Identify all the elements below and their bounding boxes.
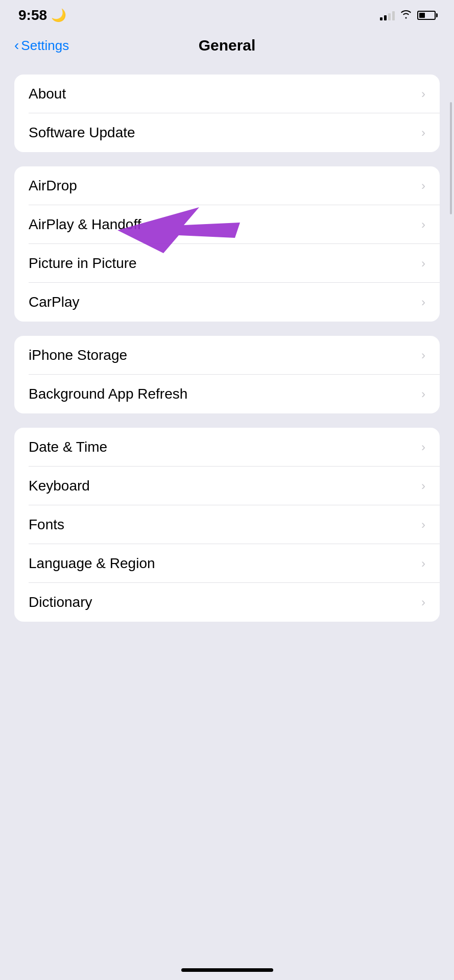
picture-in-picture-label: Picture in Picture bbox=[29, 255, 137, 272]
wifi-icon bbox=[400, 10, 412, 21]
keyboard-row[interactable]: Keyboard › bbox=[14, 467, 440, 505]
iphone-storage-row[interactable]: iPhone Storage › bbox=[14, 336, 440, 375]
iphone-storage-label: iPhone Storage bbox=[29, 347, 127, 363]
page-title: General bbox=[199, 37, 256, 54]
signal-bar-2 bbox=[384, 15, 387, 20]
picture-in-picture-row[interactable]: Picture in Picture › bbox=[14, 244, 440, 283]
airplay-handoff-chevron-icon: › bbox=[421, 217, 425, 232]
dictionary-row[interactable]: Dictionary › bbox=[14, 583, 440, 622]
software-update-chevron-icon: › bbox=[421, 126, 425, 140]
keyboard-chevron-icon: › bbox=[421, 479, 425, 493]
status-icons bbox=[380, 10, 436, 21]
language-region-chevron-icon: › bbox=[421, 556, 425, 571]
nav-header: ‹ Settings General bbox=[0, 29, 454, 64]
airdrop-chevron-icon: › bbox=[421, 179, 425, 193]
signal-bar-4 bbox=[392, 11, 395, 20]
software-update-label: Software Update bbox=[29, 125, 135, 141]
fonts-label: Fonts bbox=[29, 517, 64, 533]
date-time-row[interactable]: Date & Time › bbox=[14, 428, 440, 467]
settings-group-1: About › Software Update › bbox=[14, 75, 440, 152]
keyboard-label: Keyboard bbox=[29, 478, 90, 494]
about-chevron-icon: › bbox=[421, 87, 425, 101]
date-time-chevron-icon: › bbox=[421, 440, 425, 454]
battery-fill bbox=[419, 13, 425, 18]
settings-group-2: AirDrop › AirPlay & Handoff › Picture in… bbox=[14, 166, 440, 322]
airdrop-row[interactable]: AirDrop › bbox=[14, 166, 440, 205]
signal-icon bbox=[380, 10, 395, 20]
signal-bar-1 bbox=[380, 17, 383, 20]
fonts-chevron-icon: › bbox=[421, 518, 425, 532]
fonts-row[interactable]: Fonts › bbox=[14, 505, 440, 544]
time-label: 9:58 bbox=[18, 7, 47, 23]
settings-group-4: Date & Time › Keyboard › Fonts › Languag… bbox=[14, 428, 440, 622]
carplay-row[interactable]: CarPlay › bbox=[14, 283, 440, 322]
home-indicator bbox=[181, 968, 273, 972]
moon-icon: 🌙 bbox=[51, 8, 66, 22]
status-time: 9:58 🌙 bbox=[18, 7, 66, 23]
back-chevron-icon: ‹ bbox=[14, 38, 19, 53]
airplay-handoff-label: AirPlay & Handoff bbox=[29, 216, 141, 233]
back-label: Settings bbox=[21, 38, 69, 54]
status-bar: 9:58 🌙 bbox=[0, 0, 454, 29]
back-button[interactable]: ‹ Settings bbox=[14, 38, 69, 54]
about-row[interactable]: About › bbox=[14, 75, 440, 113]
dictionary-chevron-icon: › bbox=[421, 595, 425, 609]
airplay-handoff-row[interactable]: AirPlay & Handoff › bbox=[14, 205, 440, 244]
date-time-label: Date & Time bbox=[29, 439, 107, 455]
carplay-label: CarPlay bbox=[29, 294, 80, 310]
settings-content: About › Software Update › AirDrop › AirP… bbox=[0, 64, 454, 632]
signal-bar-3 bbox=[388, 13, 391, 20]
airdrop-label: AirDrop bbox=[29, 178, 77, 194]
background-app-refresh-row[interactable]: Background App Refresh › bbox=[14, 375, 440, 413]
language-region-row[interactable]: Language & Region › bbox=[14, 544, 440, 583]
background-app-refresh-label: Background App Refresh bbox=[29, 386, 187, 402]
dictionary-label: Dictionary bbox=[29, 594, 92, 610]
scrollbar[interactable] bbox=[450, 102, 452, 214]
about-label: About bbox=[29, 86, 66, 102]
language-region-label: Language & Region bbox=[29, 555, 155, 572]
carplay-chevron-icon: › bbox=[421, 295, 425, 309]
picture-in-picture-chevron-icon: › bbox=[421, 256, 425, 271]
settings-group-3: iPhone Storage › Background App Refresh … bbox=[14, 336, 440, 413]
iphone-storage-chevron-icon: › bbox=[421, 348, 425, 362]
background-app-refresh-chevron-icon: › bbox=[421, 387, 425, 401]
software-update-row[interactable]: Software Update › bbox=[14, 113, 440, 152]
battery-icon bbox=[417, 11, 436, 20]
